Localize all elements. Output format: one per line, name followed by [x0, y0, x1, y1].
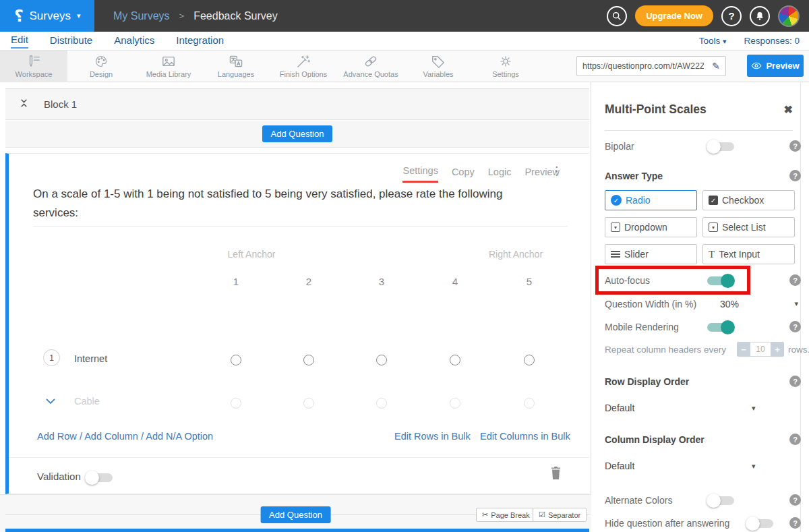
- column-header-3[interactable]: 3: [368, 276, 395, 287]
- edit-rows-bulk-link[interactable]: Edit Rows in Bulk: [394, 431, 471, 442]
- bipolar-toggle[interactable]: [707, 142, 734, 151]
- stepper-plus-button[interactable]: +: [771, 342, 784, 357]
- row-display-order-select[interactable]: Default ▾: [605, 401, 786, 415]
- answer-type-checkbox[interactable]: ✓Checkbox: [702, 190, 795, 210]
- auto-focus-toggle[interactable]: [707, 276, 734, 285]
- next-block-edge: [5, 529, 589, 532]
- add-column-link[interactable]: Add Column: [84, 431, 138, 442]
- help-button[interactable]: ?: [721, 6, 742, 26]
- radio-cable-2[interactable]: [303, 398, 314, 409]
- question-width-caret-icon[interactable]: ▾: [794, 299, 798, 308]
- breadcrumb-my-surveys[interactable]: My Surveys: [113, 10, 170, 22]
- radio-internet-3[interactable]: [376, 355, 387, 365]
- product-switcher[interactable]: ? Surveys ▾: [0, 0, 94, 32]
- radio-internet-2[interactable]: [303, 355, 314, 365]
- add-na-option-link[interactable]: Add N/A Option: [146, 431, 213, 442]
- radio-internet-5[interactable]: [524, 355, 535, 365]
- answer-type-text-input[interactable]: TText Input: [702, 244, 795, 264]
- column-header-5[interactable]: 5: [516, 276, 543, 287]
- stepper-minus-button[interactable]: −: [737, 342, 750, 357]
- auto-focus-help-icon[interactable]: ?: [789, 274, 801, 286]
- column-header-2[interactable]: 2: [295, 276, 322, 287]
- question-tab-settings[interactable]: Settings: [402, 165, 438, 183]
- toolbar-settings[interactable]: Settings: [472, 51, 539, 82]
- responses-count[interactable]: Responses: 0: [744, 36, 800, 46]
- radio-cable-3[interactable]: [376, 398, 387, 409]
- question-more-menu-icon[interactable]: ⋮: [551, 164, 562, 178]
- select-list-icon: ▾: [709, 223, 718, 232]
- hide-after-answering-toggle[interactable]: [746, 519, 773, 528]
- toolbar-workspace[interactable]: Workspace: [0, 51, 67, 82]
- tab-analytics[interactable]: Analytics: [114, 34, 154, 48]
- radio-cable-1[interactable]: [231, 398, 241, 409]
- add-question-button-bottom[interactable]: Add Question: [260, 506, 331, 523]
- row-number-badge[interactable]: 1: [43, 349, 60, 366]
- notifications-button[interactable]: [750, 6, 770, 26]
- column-display-order-select[interactable]: Default ▾: [605, 459, 786, 473]
- close-panel-icon[interactable]: ✖: [784, 103, 793, 116]
- edit-columns-bulk-link[interactable]: Edit Columns in Bulk: [480, 431, 570, 442]
- right-anchor-label[interactable]: Right Anchor: [469, 249, 563, 260]
- row-label-internet[interactable]: Internet: [74, 353, 107, 364]
- column-display-order-row: Column Display Order: [605, 432, 786, 447]
- radio-cable-5[interactable]: [524, 398, 535, 409]
- slider-icon: [611, 251, 620, 258]
- question-mark-icon: ?: [728, 10, 734, 22]
- column-header-4[interactable]: 4: [442, 276, 469, 287]
- question-tab-copy[interactable]: Copy: [452, 167, 475, 182]
- page-break-button[interactable]: ✂Page Break: [476, 508, 536, 522]
- stepper-value-input[interactable]: [750, 342, 771, 357]
- hide-after-answering-help-icon[interactable]: ?: [789, 517, 801, 529]
- left-anchor-label[interactable]: Left Anchor: [204, 249, 299, 260]
- row-label-cable[interactable]: Cable: [74, 396, 100, 407]
- add-question-strip-bottom: Add Question ✂Page Break ☑Separator: [0, 494, 591, 532]
- answer-type-select-list[interactable]: ▾Select List: [702, 217, 795, 237]
- validation-toggle[interactable]: [86, 473, 113, 482]
- tools-menu[interactable]: Tools ▾: [699, 36, 727, 46]
- row-chevron-down-icon[interactable]: [45, 395, 56, 407]
- user-avatar[interactable]: [778, 5, 800, 27]
- survey-url-input[interactable]: [577, 61, 707, 71]
- question-tab-logic[interactable]: Logic: [488, 167, 512, 182]
- delete-question-trash-icon[interactable]: [551, 467, 561, 482]
- toolbar-design[interactable]: Design: [67, 51, 135, 82]
- upgrade-now-button[interactable]: Upgrade Now: [635, 5, 713, 26]
- answer-type-dropdown[interactable]: ▾Dropdown: [605, 217, 697, 237]
- toolbar-variables[interactable]: Variables: [404, 51, 472, 82]
- radio-internet-4[interactable]: [450, 355, 460, 365]
- column-display-order-help-icon[interactable]: ?: [789, 434, 801, 445]
- toolbar-advance-quotas[interactable]: Advance Quotas: [337, 51, 404, 82]
- panel-scrollbar-gutter[interactable]: [800, 82, 809, 532]
- preview-button[interactable]: Preview: [747, 55, 804, 77]
- editor-toolbar: Workspace Design Media Library Languages…: [0, 51, 809, 82]
- mobile-rendering-help-icon[interactable]: ?: [789, 321, 801, 332]
- search-button[interactable]: [607, 6, 627, 26]
- toolbar-media-library[interactable]: Media Library: [135, 51, 202, 82]
- tab-integration[interactable]: Integration: [176, 34, 224, 48]
- separator-button[interactable]: ☑Separator: [533, 508, 587, 522]
- bipolar-help-icon[interactable]: ?: [789, 140, 801, 152]
- collapse-block-icon[interactable]: [19, 98, 29, 111]
- toolbar-finish-options[interactable]: Finish Options: [270, 51, 337, 82]
- add-question-button-top[interactable]: Add Question: [262, 125, 333, 142]
- answer-type-radio[interactable]: ✓Radio: [605, 190, 697, 210]
- toolbar-languages[interactable]: Languages: [202, 51, 270, 82]
- answer-type-slider[interactable]: Slider: [605, 244, 697, 264]
- questionpro-logo-icon: ?: [14, 7, 24, 26]
- question-text[interactable]: On a scale of 1-5 with 1 being not satis…: [33, 185, 549, 222]
- survey-url-field: ✎: [576, 56, 726, 76]
- panel-title: Multi-Point Scales: [605, 102, 707, 117]
- edit-url-pencil-icon[interactable]: ✎: [707, 61, 725, 71]
- question-width-value[interactable]: 30%: [720, 299, 739, 309]
- mobile-rendering-toggle[interactable]: [707, 323, 734, 332]
- radio-internet-1[interactable]: [231, 355, 241, 365]
- add-row-link[interactable]: Add Row: [37, 431, 77, 442]
- tab-distribute[interactable]: Distribute: [50, 34, 92, 48]
- alternate-colors-toggle[interactable]: [707, 496, 734, 505]
- tab-edit[interactable]: Edit: [11, 34, 28, 49]
- column-header-1[interactable]: 1: [222, 276, 249, 287]
- answer-type-help-icon[interactable]: ?: [789, 170, 801, 181]
- radio-cable-4[interactable]: [450, 398, 460, 409]
- alternate-colors-help-icon[interactable]: ?: [789, 494, 801, 506]
- row-display-order-help-icon[interactable]: ?: [789, 376, 801, 387]
